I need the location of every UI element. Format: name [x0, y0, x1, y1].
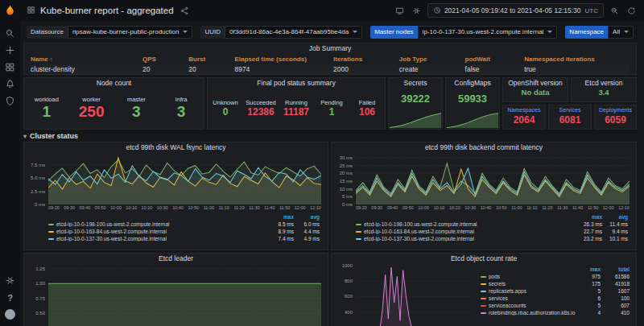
chevron-down-icon [183, 31, 188, 33]
stat-value: 12386 [247, 107, 274, 118]
backend-commit-legend: max avg etcd-ip-10-0-198-100.us-west-2.c… [332, 211, 636, 242]
backend-commit-chart[interactable]: 0 ms5 ms10 ms15 ms20 ms25 ms30 ms09:2009… [332, 153, 636, 211]
search-icon[interactable] [0, 25, 20, 42]
legend-series-name[interactable]: replicasets.apps [489, 288, 578, 294]
panel-title[interactable]: Node count [24, 78, 204, 89]
cell-podwait: false [465, 64, 525, 74]
user-avatar[interactable] [5, 309, 15, 320]
legend-series-name[interactable]: secrets [489, 281, 578, 287]
column-header-qps[interactable]: QPS [142, 55, 188, 64]
column-header-jobtype[interactable]: Job Type [399, 55, 465, 64]
wal-fsync-chart[interactable]: 0 ms2.5 ms5.0 ms7.5 ms09:2009:3009:4009:… [24, 153, 328, 211]
legend-col-max[interactable]: max [576, 214, 602, 220]
legend-series-name[interactable]: etcd-ip-10-0-137-30.us-west-2.compute.in… [56, 236, 268, 241]
zoom-out-icon[interactable] [609, 6, 621, 15]
stat-label: workload [35, 96, 59, 103]
row-cluster-status[interactable]: ▾ Cluster status [23, 131, 637, 141]
legend-series-name[interactable]: etcd-ip-10-0-137-30.us-west-2.compute.in… [364, 236, 576, 241]
legend-series-name[interactable]: serviceaccounts [489, 303, 578, 308]
legend-row: etcd-ip-10-0-137-30.us-west-2.compute.in… [48, 235, 320, 242]
time-range-picker[interactable]: 2021-04-05 09:19:42 to 2021-04-05 12:15:… [427, 3, 604, 18]
legend-series-name[interactable]: etcd-ip-10-0-163-84.us-west-2.compute.in… [364, 229, 576, 234]
legend-header: max avg [48, 213, 320, 221]
legend-row: etcd-ip-10-0-198-100.us-west-2.compute.i… [48, 221, 320, 228]
legend-avg-value: 4.4 ms [294, 229, 320, 234]
panel-title[interactable]: etcd 99th disk WAL fsync latency [24, 142, 328, 153]
object-rate-chart[interactable]: 200400600800100009:2009:4010:0010:2010:4… [332, 264, 477, 326]
series-color-dot [356, 224, 361, 225]
panel-title[interactable]: Etcd version [572, 78, 636, 88]
uuid-select[interactable]: 0f3dd91d-86ac-4e3a-864f-47aab95be4da [225, 26, 362, 39]
dashboard-settings-gear-icon[interactable] [411, 6, 423, 15]
legend-avg-value: 11.4 ms [602, 221, 628, 227]
stat-value: 1 [43, 104, 52, 120]
panel-title[interactable]: etcd 99th disk backend commit latency [332, 142, 636, 153]
dashboard-title[interactable]: Kube-burner report - aggregated [40, 6, 174, 15]
refresh-icon[interactable] [625, 6, 638, 15]
panel-openshift-version: OpenShift version No data [502, 77, 568, 102]
legend-row: pods 975 61586 [481, 273, 630, 280]
column-header-burst[interactable]: Burst [188, 55, 234, 64]
legend-series-name[interactable]: services [489, 295, 578, 301]
master-nodes-select[interactable]: ip-10-0-137-30.us-west-2.compute.interna… [418, 26, 558, 39]
share-icon[interactable] [179, 6, 191, 15]
stat-label: infra [175, 96, 188, 103]
column-header-elapsed[interactable]: Elapsed time (seconds) [234, 55, 333, 64]
stat-value: 0 [223, 107, 229, 118]
chevron-down-icon [547, 31, 552, 33]
help-icon[interactable]: ? [0, 289, 20, 306]
legend-total-value: 41918 [601, 281, 630, 287]
etcd-leader-chart[interactable]: 0.250.500.751.001.2509:2009:4010:0010:20… [24, 264, 328, 326]
configuration-gear-icon[interactable] [0, 272, 20, 289]
legend-series-name[interactable]: etcd-ip-10-0-198-100.us-west-2.compute.i… [364, 221, 576, 227]
panel-title[interactable]: Secrets [389, 78, 442, 89]
panel-title[interactable]: Services [549, 105, 591, 114]
admin-shield-icon[interactable] [0, 93, 20, 109]
legend-max-value: 22.7 ms [576, 229, 602, 234]
stat-value: 3 [177, 104, 186, 120]
panel-title[interactable]: Deployments [595, 105, 636, 114]
datasource-select[interactable]: ripsaw-kube-burner-public-production [68, 26, 193, 39]
stat-worker: worker 250 [69, 89, 114, 127]
column-header-podwait[interactable]: podWait [465, 55, 525, 64]
legend-series-name[interactable]: rolebindings.rbac.authorization.k8s.io [489, 310, 578, 316]
panel-title[interactable]: OpenShift version [503, 78, 568, 88]
panel-title[interactable]: Final pod status summary [208, 78, 385, 89]
cycle-view-tv-icon[interactable] [394, 6, 406, 15]
column-header-name[interactable]: Name↑ [31, 55, 142, 64]
legend-col-total[interactable]: total [601, 266, 630, 272]
panel-title[interactable]: Etcd leader [24, 254, 328, 264]
node-count-stats: workload 1 worker 250 master 3 infra 3 [24, 89, 204, 127]
panel-pod-status: Final pod status summary Unknown 0 Succe… [207, 77, 386, 130]
legend-avg-value: 9.4 ms [602, 229, 628, 234]
legend-col-max[interactable]: max [578, 266, 601, 272]
dashboards-grid-icon[interactable] [0, 59, 20, 76]
legend-series-name[interactable]: etcd-ip-10-0-163-84.us-west-2.compute.in… [56, 229, 268, 234]
column-header-iterations[interactable]: Iterations [333, 55, 399, 64]
series-color-dot [481, 283, 486, 285]
legend-max-value: 8.5 ms [268, 221, 294, 227]
panel-title[interactable]: ConfigMaps [446, 78, 499, 89]
panel-title[interactable]: Namespaces [503, 105, 545, 114]
legend-row: secrets 175 41918 [481, 280, 630, 287]
legend-col-max[interactable]: max [268, 214, 294, 220]
stat-label: Failed [359, 99, 375, 106]
namespace-select[interactable]: All [608, 26, 634, 39]
grafana-logo[interactable] [3, 4, 17, 18]
column-header-namespaced[interactable]: Namespaced iterations [524, 55, 630, 64]
panel-wal-fsync: etcd 99th disk WAL fsync latency 0 ms2.5… [23, 142, 328, 250]
cell-elapsed: 8974 [234, 64, 333, 74]
legend-series-name[interactable]: etcd-ip-10-0-198-100.us-west-2.compute.i… [56, 221, 268, 227]
variable-namespace: Namespace All [565, 26, 634, 39]
create-plus-icon[interactable] [0, 42, 20, 59]
legend-col-avg[interactable]: avg [294, 214, 320, 220]
panel-title[interactable]: Etcd object count rate [332, 254, 636, 264]
stat-running: Running 11187 [279, 89, 314, 127]
panel-secrets: Secrets 39222 [388, 77, 443, 130]
series-color-dot [48, 238, 54, 240]
variable-master-nodes: Master nodes ip-10-0-137-30.us-west-2.co… [370, 26, 557, 39]
legend-series-name[interactable]: pods [489, 274, 578, 279]
alerting-bell-icon[interactable] [0, 76, 20, 93]
panel-title[interactable]: Job Summary [24, 43, 636, 54]
legend-col-avg[interactable]: avg [602, 214, 628, 220]
